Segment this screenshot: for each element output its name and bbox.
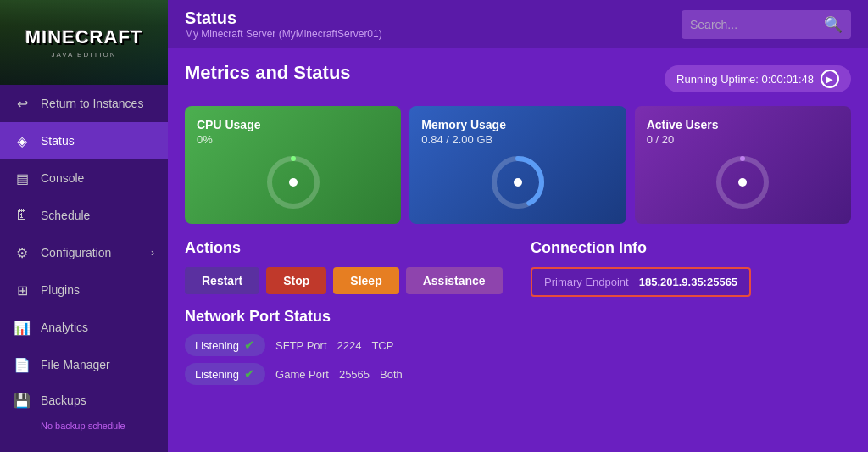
content-area: Metrics and Status Running Uptime: 0:00:… bbox=[168, 48, 868, 452]
sftp-port-label: SFTP Port bbox=[275, 339, 326, 352]
cpu-title: CPU Usage bbox=[197, 118, 389, 131]
sftp-protocol: TCP bbox=[371, 339, 393, 352]
sidebar-item-label: File Manager bbox=[41, 358, 110, 371]
users-title: Active Users bbox=[647, 118, 839, 131]
game-port-label: Game Port bbox=[275, 368, 329, 381]
actions-section: Actions Restart Stop Sleep Assistance bbox=[185, 239, 505, 294]
port-row-game: Listening ✔ Game Port 25565 Both bbox=[185, 363, 505, 385]
chevron-right-icon: › bbox=[151, 247, 154, 259]
listening-badge-game: Listening ✔ bbox=[185, 363, 265, 385]
listening-label-game: Listening bbox=[195, 368, 239, 381]
sidebar-item-schedule[interactable]: 🗓 Schedule bbox=[0, 197, 168, 234]
users-value: 0 / 20 bbox=[647, 133, 839, 146]
bottom-section: Actions Restart Stop Sleep Assistance Ne… bbox=[185, 239, 851, 392]
cpu-value: 0% bbox=[197, 133, 389, 146]
sidebar-item-label: Analytics bbox=[41, 321, 88, 334]
memory-chart bbox=[421, 153, 614, 212]
search-box[interactable]: 🔍 bbox=[682, 10, 851, 39]
sidebar-nav: ↩ Return to Instances ◈ Status ▤ Console… bbox=[0, 85, 168, 452]
sidebar-item-label: Return to Instances bbox=[41, 97, 143, 110]
right-panel: Connection Info Primary Endpoint 185.201… bbox=[531, 239, 851, 392]
sidebar-item-label: Backups bbox=[41, 393, 86, 407]
cpu-gauge-dot bbox=[289, 178, 298, 187]
plugins-icon: ⊞ bbox=[14, 282, 31, 299]
game-protocol: Both bbox=[380, 368, 403, 381]
analytics-icon: 📊 bbox=[14, 319, 31, 336]
sidebar-item-label: Status bbox=[41, 134, 75, 148]
left-panel: Actions Restart Stop Sleep Assistance Ne… bbox=[185, 239, 505, 392]
memory-value: 0.84 / 2.00 GB bbox=[421, 133, 614, 146]
assistance-button[interactable]: Assistance bbox=[406, 267, 503, 294]
restart-button[interactable]: Restart bbox=[185, 267, 259, 294]
sidebar-logo: MINECRAFT JAVA EDITION bbox=[0, 0, 168, 85]
sidebar-item-analytics[interactable]: 📊 Analytics bbox=[0, 309, 168, 346]
endpoint-value: 185.201.9.35:25565 bbox=[639, 276, 737, 288]
page-title: Status bbox=[185, 8, 382, 28]
connection-title: Connection Info bbox=[531, 239, 851, 257]
minecraft-logo-text: MINECRAFT bbox=[25, 26, 143, 48]
return-icon: ↩ bbox=[14, 95, 31, 112]
check-icon-game: ✔ bbox=[244, 366, 255, 382]
sidebar-item-status[interactable]: ◈ Status bbox=[0, 122, 168, 159]
cpu-chart bbox=[197, 153, 389, 212]
config-icon: ⚙ bbox=[14, 244, 31, 261]
search-icon: 🔍 bbox=[824, 15, 843, 34]
cpu-card: CPU Usage 0% bbox=[185, 106, 401, 224]
network-section: Network Port Status Listening ✔ SFTP Por… bbox=[185, 308, 505, 385]
memory-card: Memory Usage 0.84 / 2.00 GB bbox=[409, 106, 626, 224]
port-row-sftp: Listening ✔ SFTP Port 2224 TCP bbox=[185, 334, 505, 356]
main-content: Status My Minecraft Server (MyMinecraftS… bbox=[168, 0, 868, 452]
sidebar-item-plugins[interactable]: ⊞ Plugins bbox=[0, 271, 168, 309]
console-icon: ▤ bbox=[14, 170, 31, 187]
server-subtitle: My Minecraft Server (MyMinecraftServer01… bbox=[185, 28, 382, 40]
users-gauge-dot bbox=[738, 178, 747, 187]
schedule-icon: 🗓 bbox=[14, 207, 31, 224]
endpoint-label: Primary Endpoint bbox=[544, 276, 629, 288]
users-chart bbox=[647, 153, 839, 212]
sidebar-item-label: Plugins bbox=[41, 283, 80, 297]
memory-title: Memory Usage bbox=[421, 118, 614, 131]
search-input[interactable] bbox=[690, 18, 817, 31]
running-uptime-badge: Running Uptime: 0:00:01:48 ▶ bbox=[665, 65, 851, 92]
sidebar: MINECRAFT JAVA EDITION ↩ Return to Insta… bbox=[0, 0, 168, 452]
sidebar-item-support[interactable]: ◉ Support and Updates bbox=[0, 439, 168, 452]
users-card: Active Users 0 / 20 bbox=[635, 106, 851, 224]
filemanager-icon: 📄 bbox=[14, 356, 31, 373]
endpoint-box: Primary Endpoint 185.201.9.35:25565 bbox=[531, 267, 751, 297]
sidebar-item-filemanager[interactable]: 📄 File Manager bbox=[0, 346, 168, 383]
sidebar-item-label: Console bbox=[41, 171, 84, 185]
sidebar-item-label: Configuration bbox=[41, 246, 111, 259]
sleep-button[interactable]: Sleep bbox=[333, 267, 398, 294]
backups-icon: 💾 bbox=[14, 392, 31, 409]
network-title: Network Port Status bbox=[185, 308, 505, 326]
status-icon: ◈ bbox=[14, 132, 31, 149]
connection-section: Connection Info Primary Endpoint 185.201… bbox=[531, 239, 851, 297]
stop-button[interactable]: Stop bbox=[266, 267, 326, 294]
metrics-title: Metrics and Status bbox=[185, 62, 351, 84]
uptime-text: Running Uptime: 0:00:01:48 bbox=[676, 73, 814, 86]
minecraft-edition-text: JAVA EDITION bbox=[25, 51, 143, 59]
sidebar-item-return[interactable]: ↩ Return to Instances bbox=[0, 85, 168, 122]
metrics-header: Metrics and Status Running Uptime: 0:00:… bbox=[185, 62, 851, 96]
actions-title: Actions bbox=[185, 239, 505, 257]
memory-gauge-dot bbox=[514, 178, 522, 187]
game-port-number: 25565 bbox=[339, 368, 370, 381]
play-button[interactable]: ▶ bbox=[821, 70, 839, 88]
sidebar-item-backups[interactable]: 💾 Backups No backup schedule bbox=[0, 383, 168, 439]
action-buttons-group: Restart Stop Sleep Assistance bbox=[185, 267, 505, 294]
header-title-group: Status My Minecraft Server (MyMinecraftS… bbox=[185, 8, 382, 40]
listening-badge-sftp: Listening ✔ bbox=[185, 334, 265, 356]
sidebar-item-label: Schedule bbox=[41, 209, 90, 222]
sftp-port-number: 2224 bbox=[337, 339, 362, 352]
sidebar-item-configuration[interactable]: ⚙ Configuration › bbox=[0, 234, 168, 271]
check-icon-sftp: ✔ bbox=[244, 338, 255, 353]
metrics-grid: CPU Usage 0% Memory Usage 0.84 / 2.00 GB bbox=[185, 106, 851, 224]
sidebar-item-console[interactable]: ▤ Console bbox=[0, 159, 168, 197]
page-header: Status My Minecraft Server (MyMinecraftS… bbox=[168, 0, 868, 48]
listening-label-sftp: Listening bbox=[195, 339, 239, 352]
backups-subtext: No backup schedule bbox=[41, 421, 125, 431]
